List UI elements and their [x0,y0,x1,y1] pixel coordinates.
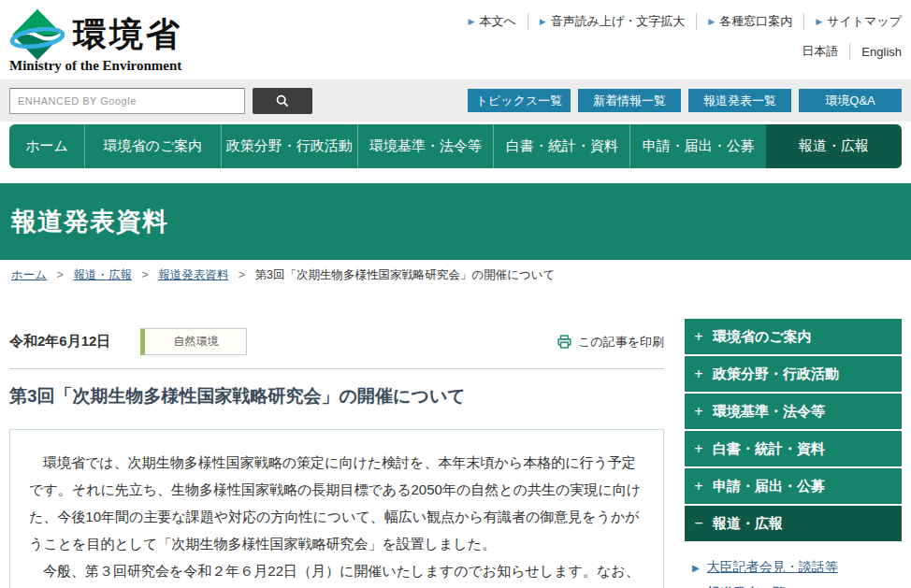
breadcrumb-separator: > [57,268,64,281]
sidebar-item-label: 申請・届出・公募 [713,478,825,495]
environment-qa-button[interactable]: 環境Q&A [799,89,902,112]
search-icon [275,93,290,108]
breadcrumb-press-release[interactable]: 報道発表資料 [158,268,228,281]
print-link-label: この記事を印刷 [578,334,664,351]
printer-icon [557,334,572,350]
sidebar-sublink-row: ▶ 報道発表一覧 [692,581,902,588]
plus-icon: + [685,478,713,495]
nav-item-whitepapers-statistics[interactable]: 白書・統計・資料 [493,124,629,168]
plus-icon: + [685,403,713,420]
utility-link-contact-guide[interactable]: ▶ 各種窓口案内 [697,13,804,30]
topics-list-button[interactable]: トピックス一覧 [468,89,571,112]
arrow-right-icon: ▶ [708,17,715,26]
page-title: 報道発表資料 [0,205,168,238]
meta-divider [9,368,664,369]
utility-link-sitemap[interactable]: ▶ サイトマップ [804,13,902,30]
nav-item-applications[interactable]: 申請・届出・公募 [629,124,766,168]
article-title: 第3回「次期生物多様性国家戦略研究会」の開催について [9,384,664,409]
breadcrumb: ホーム > 報道・広報 > 報道発表資料 > 第3回「次期生物多様性国家戦略研究… [0,260,911,291]
breadcrumb-separator: > [141,268,148,281]
sidebar-item-policy-activities[interactable]: + 政策分野・行政活動 [685,356,902,392]
article-meta-row: 令和2年6月12日 自然環境 この記事を印刷 [9,328,664,355]
sidebar-item-label: 報道・広報 [713,515,783,533]
category-badge[interactable]: 自然環境 [140,328,247,355]
article-paragraph: 今般、第３回研究会を令和２年６月22日（月）に開催いたしますのでお知らせします。… [29,557,644,588]
new-info-list-button[interactable]: 新着情報一覧 [578,89,681,112]
sidebar-item-whitepapers-statistics[interactable]: + 白書・統計・資料 [685,431,902,466]
utility-nav: ▶ 本文へ ▶ 音声読み上げ・文字拡大 ▶ 各種窓口案内 ▶ サイトマップ [457,13,902,30]
nav-item-press-pr[interactable]: 報道・広報 [766,124,902,168]
sidebar-item-standards-laws[interactable]: + 環境基準・法令等 [685,394,902,429]
lang-link-japanese[interactable]: 日本語 [790,43,850,60]
breadcrumb-home[interactable]: ホーム [11,268,47,281]
sidebar-item-label: 環境基準・法令等 [713,403,825,421]
sidebar-item-press-pr[interactable]: − 報道・広報 [685,506,902,541]
article-paragraph: 環境省では、次期生物多様性国家戦略の策定に向けた検討を、本年末頃から本格的に行う… [29,449,644,557]
utility-link-label: 音声読み上げ・文字拡大 [551,13,686,30]
breadcrumb-current: 第3回「次期生物多様性国家戦略研究会」の開催について [254,268,555,281]
search-strip: トピックス一覧 新着情報一覧 報道発表一覧 環境Q&A [0,79,911,122]
utility-link-label: 本文へ [479,13,515,30]
minus-icon: − [685,515,713,532]
utility-link-label: 各種窓口案内 [719,13,792,30]
article-body-box: 環境省では、次期生物多様性国家戦略の策定に向けた検討を、本年末頃から本格的に行う… [9,429,664,588]
lang-link-english[interactable]: English [850,45,902,59]
plus-icon: + [685,366,713,382]
search-button[interactable] [253,88,312,114]
arrow-right-icon: ▶ [540,17,546,26]
sidebar-sublink-row: ▶ 大臣記者会見・談話等 [692,554,902,581]
article-date: 令和2年6月12日 [9,333,110,351]
nav-item-home[interactable]: ホーム [9,124,84,168]
sidebar-item-applications[interactable]: + 申請・届出・公募 [685,468,902,504]
moe-logo[interactable]: 環境省 Ministry of the Environment [9,7,182,74]
sidebar-nav: + 環境省のご案内 + 政策分野・行政活動 + 環境基準・法令等 + 白書・統計… [685,319,902,588]
press-release-list-button[interactable]: 報道発表一覧 [688,89,791,112]
breadcrumb-separator: > [239,268,245,281]
sidebar-link-minister-press-conference[interactable]: 大臣記者会見・談話等 [707,559,838,576]
logo-subtitle: Ministry of the Environment [9,58,182,74]
language-switcher: 日本語 English [457,43,902,60]
plus-icon: + [685,440,713,457]
utility-link-speech-textsize[interactable]: ▶ 音声読み上げ・文字拡大 [528,13,698,30]
utility-link-label: サイトマップ [827,13,902,30]
print-article-link[interactable]: この記事を印刷 [557,334,664,351]
utility-link-main-content[interactable]: ▶ 本文へ [457,13,528,30]
nav-item-about-moe[interactable]: 環境省のご案内 [84,124,221,168]
sidebar-item-about-moe[interactable]: + 環境省のご案内 [685,319,902,354]
sidebar-sublinks: ▶ 大臣記者会見・談話等 ▶ 報道発表一覧 [685,543,902,588]
sidebar-item-label: 環境省のご案内 [713,328,812,346]
moe-logo-icon [9,7,65,62]
breadcrumb-press-pr[interactable]: 報道・広報 [73,268,132,281]
sidebar-item-label: 白書・統計・資料 [713,440,825,458]
nav-item-standards-laws[interactable]: 環境基準・法令等 [357,124,494,168]
quick-links: トピックス一覧 新着情報一覧 報道発表一覧 環境Q&A [460,89,902,112]
nav-item-policy-activities[interactable]: 政策分野・行政活動 [221,124,357,168]
sidebar-item-label: 政策分野・行政活動 [713,366,839,383]
arrow-right-icon: ▶ [469,17,475,26]
arrow-right-icon: ▶ [816,17,822,26]
content-area: 令和2年6月12日 自然環境 この記事を印刷 第3回「次期生物多様性国家戦略研究… [0,319,911,588]
page-title-band: 報道発表資料 [0,183,911,260]
search-input[interactable] [9,88,245,114]
article-column: 令和2年6月12日 自然環境 この記事を印刷 第3回「次期生物多様性国家戦略研究… [9,319,664,588]
site-header: 環境省 Ministry of the Environment ▶ 本文へ ▶ … [0,0,911,79]
arrow-right-icon: ▶ [692,563,700,573]
plus-icon: + [685,328,713,345]
logo-title: 環境省 [73,12,182,58]
main-nav: ホーム 環境省のご案内 政策分野・行政活動 環境基準・法令等 白書・統計・資料 … [9,124,902,168]
